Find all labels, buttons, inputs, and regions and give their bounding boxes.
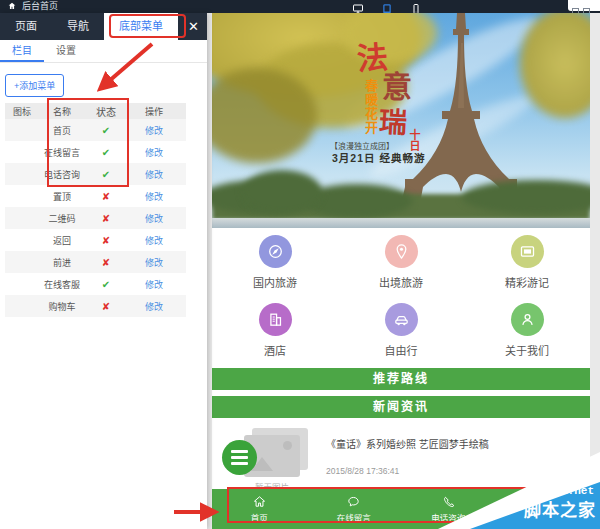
modify-link[interactable]: 修改 — [127, 256, 181, 269]
nav-grid-item[interactable]: 酒店 — [212, 300, 338, 366]
panel-subtab[interactable]: 栏目 — [0, 40, 44, 62]
calligraphy-char-3: 瑞 — [378, 108, 407, 137]
table-row: 在线留言 ✔ 修改 — [5, 141, 186, 163]
section-banner[interactable]: 新闻资讯 — [212, 396, 590, 418]
admin-title: 后台首页 — [22, 0, 58, 13]
panel-subtab[interactable]: 设置 — [44, 40, 88, 62]
mobile-icon[interactable] — [410, 1, 422, 12]
row-name: 前进 — [39, 256, 85, 269]
nav-grid-item[interactable]: 自由行 — [338, 300, 464, 366]
table-row: 电话咨询 ✔ 修改 — [5, 163, 186, 185]
tablet-icon[interactable] — [381, 1, 393, 12]
row-name: 返回 — [39, 234, 85, 247]
status-mark: ✘ — [85, 235, 127, 246]
row-name: 在线留言 — [39, 146, 85, 159]
modify-link[interactable]: 修改 — [127, 278, 181, 291]
modify-link[interactable]: 修改 — [127, 124, 181, 137]
river-quay — [212, 218, 590, 228]
panel-tab[interactable]: 底部菜单 — [104, 13, 178, 40]
hero-date-line: 3月21日 经典畅游 — [332, 150, 425, 165]
nav-grid-label: 酒店 — [212, 342, 338, 358]
row-name: 电话咨询 — [39, 168, 85, 181]
modify-link[interactable]: 修改 — [127, 190, 181, 203]
nav-grid-item[interactable]: 精彩游记 — [464, 232, 590, 298]
hero-vertical-text: 春暖花开 — [361, 79, 380, 135]
mobile-preview: 法 意 瑞 春暖花开 十日 【浪漫独立成团】 3月21日 经典畅游 国内旅游 出… — [212, 13, 590, 529]
status-mark: ✔ — [85, 125, 127, 136]
status-mark: ✔ — [85, 169, 127, 180]
modify-link[interactable]: 修改 — [127, 168, 181, 181]
hamburger-menu-icon[interactable] — [222, 440, 257, 475]
device-switcher — [352, 1, 422, 12]
bottom-nav-label: 在线留言 — [307, 511, 402, 523]
panel-tabbar: 页面导航底部菜单 ✕ — [0, 13, 207, 40]
nav-grid-label: 国内旅游 — [212, 274, 338, 290]
modify-link[interactable]: 修改 — [127, 234, 181, 247]
bottom-nav-label: 首页 — [212, 511, 307, 523]
tree — [242, 170, 322, 214]
hero-duration-text: 十日 — [406, 129, 422, 151]
news-title[interactable]: 《童话》系列婚纱照 艺匠圆梦手绘稿 — [326, 436, 489, 451]
bottom-nav-item[interactable]: 首页 — [212, 489, 307, 529]
menu-table-header: 图标 名称 状态 操作 — [5, 103, 186, 119]
table-row: 在线客服 ✔ 修改 — [5, 273, 186, 295]
panel-subtabs: 栏目设置 — [0, 40, 207, 63]
modify-link[interactable]: 修改 — [127, 300, 181, 313]
chat-icon — [307, 494, 402, 509]
news-text: 《童话》系列婚纱照 艺匠圆梦手绘稿 2015/8/28 17:36:41 — [326, 428, 489, 488]
table-row: 前进 ✘ 修改 — [5, 251, 186, 273]
news-date: 2015/8/28 17:36:41 — [326, 466, 489, 476]
row-name: 在线客服 — [39, 278, 85, 291]
close-icon[interactable]: ✕ — [180, 13, 207, 40]
modify-link[interactable]: 修改 — [127, 146, 181, 159]
hotel-icon — [259, 303, 292, 336]
panel-tab[interactable]: 导航 — [52, 13, 104, 40]
table-row: 购物车 ✘ 修改 — [5, 295, 186, 317]
status-mark: ✘ — [85, 213, 127, 224]
table-row: 首页 ✔ 修改 — [5, 119, 186, 141]
settings-panel: 页面导航底部菜单 ✕ 栏目设置 +添加菜单 图标 名称 状态 操作 首页 ✔ 修… — [0, 13, 207, 529]
col-icon: 图标 — [5, 105, 39, 118]
menu-table: 图标 名称 状态 操作 首页 ✔ 修改 在线留言 ✔ 修改 — [5, 103, 186, 317]
nav-grid-item[interactable]: 国内旅游 — [212, 232, 338, 298]
nav-grid-item[interactable]: 出境旅游 — [338, 232, 464, 298]
row-name: 购物车 — [39, 300, 85, 313]
nav-grid-label: 关于我们 — [464, 342, 590, 358]
nav-grid-label: 精彩游记 — [464, 274, 590, 290]
nav-grid: 国内旅游 出境旅游 精彩游记 酒店 自由行 — [212, 228, 590, 368]
panel-tabs: 页面导航底部菜单 — [0, 13, 178, 40]
status-mark: ✘ — [85, 191, 127, 202]
location-pin-icon — [385, 235, 418, 268]
news-thumbnail: 暂无图片 — [236, 428, 308, 484]
bottom-nav-item[interactable]: 电话咨询 — [401, 489, 496, 529]
status-mark: ✔ — [85, 147, 127, 158]
nav-grid-item[interactable]: 关于我们 — [464, 300, 590, 366]
table-row: 二维码 ✘ 修改 — [5, 207, 186, 229]
add-menu-button[interactable]: +添加菜单 — [5, 74, 64, 97]
panel-tab[interactable]: 页面 — [0, 13, 52, 40]
news-item[interactable]: 暂无图片 《童话》系列婚纱照 艺匠圆梦手绘稿 2015/8/28 17:36:4… — [212, 424, 590, 488]
bottom-nav-item[interactable]: 在线留言 — [307, 489, 402, 529]
status-mark: ✘ — [85, 301, 127, 312]
hero-banner[interactable]: 法 意 瑞 春暖花开 十日 【浪漫独立成团】 3月21日 经典畅游 — [212, 13, 590, 228]
desktop-icon[interactable] — [352, 1, 364, 12]
table-row: 返回 ✘ 修改 — [5, 229, 186, 251]
home-icon — [7, 1, 17, 11]
compass-icon — [259, 235, 292, 268]
top-admin-bar: 后台首页 — [0, 0, 600, 13]
menu-table-body: 首页 ✔ 修改 在线留言 ✔ 修改 电话咨询 ✔ 修改 — [5, 119, 186, 317]
person-icon — [511, 303, 544, 336]
nav-grid-label: 出境旅游 — [338, 274, 464, 290]
row-name: 首页 — [39, 124, 85, 137]
phone-icon — [401, 494, 496, 509]
section-banners: 推荐路线新闻资讯 — [212, 368, 590, 418]
section-banner[interactable]: 推荐路线 — [212, 368, 590, 390]
table-row: 置顶 ✘ 修改 — [5, 185, 186, 207]
bottom-nav-label: 电话咨询 — [401, 511, 496, 523]
home-icon — [212, 494, 307, 509]
nav-grid-label: 自由行 — [338, 342, 464, 358]
row-name: 二维码 — [39, 212, 85, 225]
modify-link[interactable]: 修改 — [127, 212, 181, 225]
travel-notes-icon — [511, 235, 544, 268]
preview-scale-control[interactable] — [568, 0, 600, 11]
